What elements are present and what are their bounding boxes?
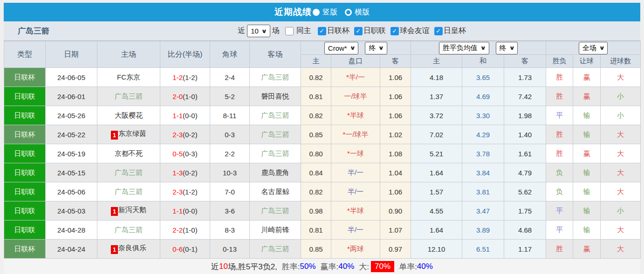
cell-odds-home: 0.84	[301, 163, 331, 182]
cell-competition: 日职联	[4, 144, 46, 163]
cell-result-handicap: 赢	[573, 144, 601, 163]
cell-date: 24-05-03	[46, 201, 97, 221]
halftime-score: (0-3)	[183, 150, 198, 158]
table-row: 日职联24-05-26大阪樱花1-1(0-0)8-11广岛三箭0.82*半球1.…	[4, 106, 641, 125]
filter-bar: 广岛三箭 近 10 ∨ 场 ✓ 同主 ✓ 日联杯 ✓ 日职联 ✓ 球会友谊 ✓ …	[4, 21, 640, 41]
cell-result-wdl: 胜	[546, 144, 573, 163]
away-team-name: 广岛三箭	[261, 111, 289, 119]
handicap-text: 一/球半	[344, 92, 367, 100]
cell-result-wdl: 负	[546, 182, 573, 201]
home-team-name: 京都不死	[115, 149, 143, 157]
cell-odds-home: 0.98	[301, 201, 331, 221]
home-team-name: 广岛三箭	[115, 168, 143, 176]
handicap-text: 半/一	[349, 73, 365, 81]
cell-competition: 日联杯	[4, 240, 46, 259]
table-row: 日联杯24-04-241奈良俱乐0-6(0-1)0-13广岛三箭0.85*两球0…	[4, 240, 641, 259]
radio-horizontal[interactable]	[345, 9, 352, 16]
cell-avg-draw: 6.51	[462, 240, 504, 259]
halftime-score: (0-0)	[183, 207, 198, 215]
handicap-text: 半球	[350, 207, 364, 214]
home-team-name: 广岛三箭	[115, 92, 143, 100]
cell-odds-home: 0.82	[301, 106, 331, 125]
cell-avg-home: 4.18	[411, 68, 462, 87]
home-team-name: 东京绿茵	[118, 129, 146, 137]
competition-checkbox-3[interactable]: ✓	[434, 27, 443, 35]
fulltime-score: 0-5	[172, 150, 183, 158]
avg-type-select[interactable]: 胜平负均值 ∨	[439, 42, 489, 54]
odds-time-select[interactable]: 终 ∨	[365, 42, 387, 54]
odds-group-header: Crow* ∨ 终 ∨	[301, 41, 411, 55]
cell-result-handicap: 输	[573, 125, 601, 144]
cell-result-handicap: 输	[573, 163, 601, 182]
cell-odds-home: 0.82	[301, 68, 331, 87]
cell-handicap: 半/一	[331, 182, 380, 201]
cell-avg-away: 1.17	[504, 240, 546, 259]
halftime-score: (1-2)	[183, 74, 198, 81]
cell-avg-home: 5.21	[411, 144, 462, 163]
cell-handicap: *一/球半	[331, 125, 380, 144]
cell-avg-draw: 3.47	[462, 201, 504, 221]
win-rate-value: 50%	[300, 262, 316, 271]
cell-result-goals: 小	[601, 106, 641, 125]
cell-away-team: 广岛三箭	[250, 125, 301, 144]
cell-corner: 7-0	[210, 182, 250, 201]
cell-handicap: 半/一	[331, 163, 380, 182]
cell-home-team: 广岛三箭	[97, 182, 160, 201]
radio-horizontal-label[interactable]: 横版	[355, 7, 370, 17]
halftime-score: (1-2)	[183, 188, 198, 196]
handicap-text: 两球	[350, 245, 364, 253]
table-row: 日职联24-05-15广岛三箭1-3(0-2)10-3鹿岛鹿角0.84半/一1.…	[4, 163, 641, 182]
cell-score: 1-1(0-0)	[160, 201, 210, 221]
away-team-name: 广岛三箭	[261, 149, 289, 157]
handicap-rate-value: 40%	[338, 262, 354, 271]
fulltime-score: 2-3	[172, 188, 183, 196]
cell-competition: 日职联	[4, 182, 46, 201]
cell-away-team: 广岛三箭	[250, 68, 301, 87]
cell-score: 1-2(1-2)	[160, 68, 210, 87]
header-odds-away: 客	[380, 55, 411, 68]
home-team-name: 新泻天鹅	[118, 206, 146, 214]
cell-date: 24-06-01	[46, 87, 97, 106]
cell-avg-away: 1.75	[504, 201, 546, 221]
cell-corner: 8-11	[210, 106, 250, 125]
scope-select[interactable]: 全场 ∨	[579, 42, 608, 54]
team-name: 广岛三箭	[18, 26, 49, 36]
competition-checkbox-2[interactable]: ✓	[391, 27, 399, 35]
cell-home-team: 大阪樱花	[97, 106, 160, 125]
cell-result-wdl: 平	[546, 106, 573, 125]
cell-score: 0-5(0-3)	[160, 144, 210, 163]
cell-away-team: 广岛三箭	[250, 106, 301, 125]
cell-avg-draw: 3.30	[462, 106, 504, 125]
table-row: 日联杯24-06-05FC东京1-2(1-2)2-4广岛三箭0.82*半/一1.…	[4, 68, 641, 87]
cell-home-team: 1东京绿茵	[97, 125, 160, 144]
away-team-name: 名古屋鲸	[261, 187, 289, 195]
same-home-checkbox[interactable]: ✓	[285, 27, 294, 35]
cell-result-wdl: 胜	[546, 68, 573, 87]
avg-time-select[interactable]: 终 ∨	[496, 42, 518, 54]
cell-competition: 日职联	[4, 87, 46, 106]
cell-result-handicap: 赢	[573, 68, 601, 87]
checkmark-icon: ✓	[436, 27, 441, 34]
competition-checkbox-1[interactable]: ✓	[354, 27, 363, 35]
summary-count: 10	[219, 262, 228, 271]
radio-vertical-selected[interactable]	[313, 9, 320, 16]
header-score: 比分(半场)	[160, 41, 210, 68]
recent-count-select[interactable]: 10 ∨	[247, 25, 270, 37]
cell-corner: 2-2	[210, 144, 250, 163]
competition-label-1: 日职联	[363, 26, 386, 36]
summary-record: 场,胜5平3负2,	[228, 261, 277, 272]
bookmaker-value: Crow*	[328, 44, 347, 52]
avg-group-header: 胜平负均值 ∨ 终 ∨	[411, 41, 546, 55]
cell-avg-draw: 3.89	[462, 221, 504, 240]
cell-date: 24-05-15	[46, 163, 97, 182]
recent-label: 近	[238, 26, 245, 36]
bookmaker-select[interactable]: Crow* ∨	[324, 42, 359, 54]
radio-vertical-label[interactable]: 竖版	[322, 7, 337, 17]
cell-date: 24-05-19	[46, 144, 97, 163]
cell-score: 1-3(0-2)	[160, 163, 210, 182]
cell-result-handicap: 赢	[573, 87, 601, 106]
cell-competition: 日职联	[4, 221, 46, 240]
competition-checkbox-0[interactable]: ✓	[318, 27, 326, 35]
cell-result-handicap: 赢	[573, 240, 601, 259]
chevron-down-icon: ∨	[509, 45, 515, 51]
